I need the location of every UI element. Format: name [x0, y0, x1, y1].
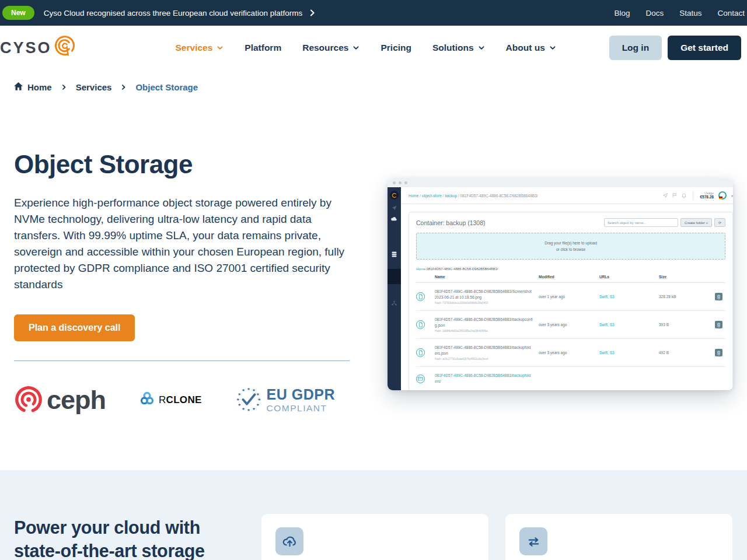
features-section: Power your cloud with state-of-the-art s… [0, 470, 747, 560]
svg-text:★: ★ [256, 402, 259, 407]
cyso-logo[interactable]: CYSO [0, 34, 76, 62]
login-button[interactable]: Log in [609, 36, 662, 60]
feature-card-upload [261, 514, 488, 560]
breadcrumb-home[interactable]: Home [14, 82, 52, 92]
storage-icon[interactable] [392, 251, 397, 257]
object-urls[interactable]: Swift, S3 [599, 323, 659, 327]
avatar[interactable] [718, 191, 727, 200]
svg-text:★: ★ [238, 402, 241, 407]
object-urls[interactable]: Swift, S3 [599, 295, 659, 299]
topbar-link-contact[interactable]: Contact [717, 9, 745, 18]
create-folder-button[interactable]: Create folder + [680, 218, 712, 227]
sidebar-active-item[interactable] [388, 269, 401, 284]
nav-item-about-us[interactable]: About us [506, 43, 556, 53]
folder-row: 081F4D57-489C-4886-8C58-D982B5B648B3/bac… [416, 367, 725, 390]
nav-item-label: About us [506, 43, 545, 53]
usage-indicator[interactable]: Usage €578.28 [700, 191, 714, 200]
object-modified: over 3 years ago [539, 351, 599, 355]
breadcrumb-services[interactable]: Services [76, 82, 112, 92]
cloud-upload-icon [275, 527, 303, 555]
svg-text:★: ★ [247, 387, 250, 391]
announcement-link[interactable]: Cyso Cloud recognised across three Europ… [44, 9, 302, 18]
breadcrumb-current: Object Storage [135, 82, 198, 92]
nav-item-resources[interactable]: Resources [302, 43, 359, 53]
svg-text:★: ★ [236, 397, 239, 402]
nav-item-label: Solutions [432, 43, 474, 53]
upload-dropzone[interactable]: Drag your file(s) here to upload or clic… [416, 233, 725, 260]
window-dot [399, 181, 402, 184]
discovery-call-button[interactable]: Plan a discovery call [14, 314, 135, 341]
object-size: 492 B [659, 351, 715, 355]
send-icon[interactable] [663, 193, 668, 198]
object-size: 393 B [659, 323, 715, 327]
chevron-right-icon [120, 84, 127, 90]
container-panel: Container: backup (1308) Create folder +… [409, 212, 733, 390]
svg-text:★: ★ [242, 388, 245, 393]
nav-item-pricing[interactable]: Pricing [381, 43, 411, 53]
search-input[interactable] [604, 218, 678, 227]
topbar-link-status[interactable]: Status [679, 9, 701, 18]
file-icon [416, 348, 425, 357]
object-size: 328.28 kB [659, 295, 715, 299]
ceph-logo-icon [14, 384, 43, 416]
app-logo-icon[interactable] [390, 191, 399, 200]
object-name[interactable]: 081F4D57-489C-4886-8C58-D982B5B648B3/bac… [435, 373, 539, 384]
app-breadcrumb: Home / object-store / backup / 081F4D57-… [409, 194, 538, 198]
topbar-link-blog[interactable]: Blog [614, 9, 630, 18]
object-hash: Hash: 737903dbde1c2009d3d5f868c38a5453 [435, 302, 539, 304]
object-name: 081F4D57-489C-4886-8C58-D982B5B648B3/bac… [435, 317, 539, 328]
svg-text:★: ★ [252, 388, 256, 393]
object-hash: Hash: ac5c27731c0caa42b7bd4902cdbc0ee4 [435, 358, 539, 360]
features-heading: Power your cloud with state-of-the-art s… [14, 516, 230, 560]
announcement-links: BlogDocsStatusContact [614, 9, 746, 18]
delete-button[interactable] [715, 321, 722, 328]
product-screenshot: Home / object-store / backup / 081F4D57-… [388, 178, 733, 390]
topbar-link-docs[interactable]: Docs [645, 9, 664, 18]
svg-text:★: ★ [238, 392, 241, 397]
object-modified: over 3 years ago [539, 323, 599, 327]
send-icon[interactable] [392, 205, 397, 211]
nav-item-platform[interactable]: Platform [245, 43, 281, 53]
file-icon [416, 292, 425, 301]
announcement-bar: New Cyso Cloud recognised across three E… [0, 0, 747, 26]
folder-icon [416, 374, 425, 383]
chevron-down-icon[interactable]: ▾ [731, 194, 733, 198]
chevron-down-icon [549, 44, 556, 51]
flag-icon[interactable] [672, 193, 677, 198]
file-row: 081F4D57-489C-4886-8C58-D982B5B648B3/Scr… [416, 283, 725, 311]
ceph-logo: ceph [14, 384, 106, 416]
get-started-button[interactable]: Get started [668, 36, 741, 60]
window-titlebar [388, 178, 733, 187]
new-badge: New [2, 6, 34, 20]
nav-item-services[interactable]: Services [176, 43, 224, 53]
object-name: 081F4D57-489C-4886-8C58-D982B5B648B3/bac… [435, 345, 539, 356]
file-row: 081F4D57-489C-4886-8C58-D982B5B648B3/bac… [416, 311, 725, 339]
refresh-button[interactable]: ⟳ [714, 218, 725, 227]
chevron-right-icon [61, 84, 67, 90]
delete-button[interactable] [715, 293, 722, 300]
cyso-logo-text: CYSO [0, 39, 52, 57]
eu-gdpr-logo: ★★★ ★★★ ★★★ ★★★ EU GDPR COMPLIANT [235, 386, 335, 415]
cyso-logo-icon [52, 34, 76, 62]
repeat-arrows-icon [519, 527, 547, 555]
main-header: CYSO ServicesPlatformResourcesPricingSol… [0, 26, 747, 70]
network-icon[interactable] [392, 300, 397, 306]
hero-section: Object Storage Experience high-performan… [0, 94, 747, 470]
delete-button[interactable] [715, 349, 722, 356]
container-title: Container: backup (1308) [416, 219, 486, 226]
object-urls[interactable]: Swift, S3 [599, 351, 659, 355]
app-sidebar [388, 187, 401, 390]
cloud-icon[interactable] [391, 216, 397, 221]
chevron-right-icon [308, 9, 316, 17]
file-row: 081F4D57-489C-4886-8C58-D982B5B648B3/bac… [416, 339, 725, 367]
nav-item-label: Services [176, 43, 213, 53]
rclone-logo-icon [139, 391, 155, 410]
file-icon [416, 320, 425, 329]
rclone-logo: RCLONE [139, 391, 202, 410]
nav-item-solutions[interactable]: Solutions [432, 43, 485, 53]
svg-text:★: ★ [257, 397, 261, 402]
page-title: Object Storage [14, 150, 362, 179]
svg-text:★: ★ [247, 408, 250, 412]
object-modified: over 1 year ago [539, 295, 599, 299]
bell-icon[interactable] [682, 193, 686, 198]
